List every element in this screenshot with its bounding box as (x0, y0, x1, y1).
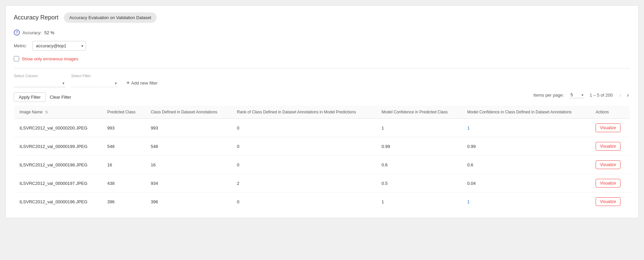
divider (14, 68, 630, 68)
items-per-page-label: Items per page: (533, 93, 564, 98)
cell-predicted-class: 396 (102, 193, 145, 211)
confidence-defined-link[interactable]: 1 (467, 199, 470, 204)
filter-actions-wrapper: Apply Filter Clear Filter (14, 92, 71, 102)
cell-confidence-defined: 0.04 (462, 174, 590, 193)
col-confidence-defined: Model Confidence in Class Defined in Dat… (462, 106, 590, 119)
cell-rank: 0 (231, 156, 376, 174)
help-icon[interactable]: ? (14, 30, 20, 36)
table-row: ILSVRC2012_val_00000197.JPEG 438 934 2 0… (14, 174, 630, 193)
col-model-confidence: Model Confidence in Predicted Class (376, 106, 462, 119)
cell-rank: 2 (231, 174, 376, 193)
pagination-prev-button[interactable]: ‹ (618, 91, 623, 99)
cell-class-defined: 934 (145, 174, 232, 193)
visualize-button[interactable]: Visualize (596, 142, 620, 151)
data-table: Image Name ⇅ Predicted Class Class Defin… (14, 105, 630, 211)
col-class-defined: Class Defined in Dataset Annotations (145, 106, 232, 119)
cell-actions: Visualize (590, 119, 630, 137)
table-row: ILSVRC2012_val_00000199.JPEG 548 548 0 0… (14, 137, 630, 156)
erroneous-images-label[interactable]: Show only erroneous images (22, 56, 78, 61)
table-row: ILSVRC2012_val_00000196.JPEG 396 396 0 1… (14, 193, 630, 211)
visualize-button[interactable]: Visualize (596, 197, 620, 206)
cell-image-name: ILSVRC2012_val_00000197.JPEG (14, 174, 102, 193)
add-filter-label: Add new filter (131, 81, 158, 86)
cell-actions: Visualize (590, 137, 630, 156)
cell-model-confidence: 1 (376, 119, 462, 137)
erroneous-images-row: Show only erroneous images (14, 56, 630, 61)
cell-confidence-defined: 1 (462, 193, 590, 211)
confidence-defined-value: 0.6 (467, 162, 473, 167)
select-column-wrapper: ▾ (14, 79, 66, 87)
cell-image-name: ILSVRC2012_val_00000196.JPEG (14, 193, 102, 211)
cell-actions: Visualize (590, 156, 630, 174)
page-title: Accuracy Report (14, 14, 58, 21)
apply-filter-button[interactable]: Apply Filter (14, 92, 46, 102)
col-predicted-class: Predicted Class (102, 106, 145, 119)
cell-model-confidence: 0.5 (376, 174, 462, 193)
items-per-page-wrapper: 5 10 25 50 ▾ (569, 92, 584, 98)
confidence-defined-link[interactable]: 1 (467, 125, 470, 131)
cell-image-name: ILSVRC2012_val_00000198.JPEG (14, 156, 102, 174)
table-header-row: Image Name ⇅ Predicted Class Class Defin… (14, 106, 630, 119)
cell-image-name: ILSVRC2012_val_00000200.JPEG (14, 119, 102, 137)
col-image-name: Image Name ⇅ (14, 106, 102, 119)
visualize-button[interactable]: Visualize (596, 123, 620, 132)
cell-confidence-defined: 1 (462, 119, 590, 137)
filter-filter-group: Select Filter ▾ (71, 74, 118, 87)
table-row: ILSVRC2012_val_00000200.JPEG 993 993 0 1… (14, 119, 630, 137)
select-filter-wrapper: ▾ (71, 79, 118, 87)
header-row: Accuracy Report Accuracy Evaluation on V… (14, 12, 630, 23)
add-new-filter-button[interactable]: + Add new filter (124, 79, 160, 87)
filter-section: Select Column ▾ Select Filter ▾ (14, 74, 630, 87)
erroneous-images-checkbox[interactable] (14, 56, 19, 61)
cell-rank: 0 (231, 119, 376, 137)
clear-filter-button[interactable]: Clear Filter (50, 95, 71, 100)
sort-icon-image-name[interactable]: ⇅ (45, 110, 48, 114)
visualize-button[interactable]: Visualize (596, 160, 620, 169)
pagination-row: Items per page: 5 10 25 50 ▾ 1 – 5 of 20… (533, 91, 630, 99)
accuracy-label: Accuracy: (23, 30, 42, 35)
col-rank: Rank of Class Defined in Dataset Annotat… (231, 106, 376, 119)
cell-class-defined: 993 (145, 119, 232, 137)
filter-and-pagination-bar: Apply Filter Clear Filter Items per page… (14, 91, 630, 103)
cell-rank: 0 (231, 137, 376, 156)
cell-model-confidence: 1 (376, 193, 462, 211)
metric-row: Metric: accuracy@top1 accuracy@top5 ▾ (14, 41, 630, 51)
cell-model-confidence: 0.6 (376, 156, 462, 174)
pagination-arrows: ‹ › (618, 91, 630, 99)
cell-image-name: ILSVRC2012_val_00000199.JPEG (14, 137, 102, 156)
plus-icon: + (126, 80, 130, 86)
cell-actions: Visualize (590, 193, 630, 211)
cell-predicted-class: 548 (102, 137, 145, 156)
cell-class-defined: 548 (145, 137, 232, 156)
metric-label: Metric: (14, 43, 27, 48)
items-per-page-select[interactable]: 5 10 25 50 (569, 92, 584, 98)
cell-predicted-class: 16 (102, 156, 145, 174)
select-column-label: Select Column (14, 74, 66, 78)
pagination-next-button[interactable]: › (626, 91, 630, 99)
table-row: ILSVRC2012_val_00000198.JPEG 16 16 0 0.6… (14, 156, 630, 174)
accuracy-row: ? Accuracy: 52 % (14, 30, 630, 36)
cell-confidence-defined: 0.6 (462, 156, 590, 174)
cell-rank: 0 (231, 193, 376, 211)
metric-dropdown[interactable]: accuracy@top1 accuracy@top5 (32, 41, 86, 51)
confidence-defined-value: 0.99 (467, 144, 476, 149)
cell-class-defined: 16 (145, 156, 232, 174)
cell-confidence-defined: 0.99 (462, 137, 590, 156)
cell-predicted-class: 438 (102, 174, 145, 193)
select-filter-label: Select Filter (71, 74, 118, 78)
cell-model-confidence: 0.99 (376, 137, 462, 156)
select-column-dropdown[interactable] (14, 79, 66, 87)
col-actions: Actions (590, 106, 630, 119)
visualize-button[interactable]: Visualize (596, 179, 620, 188)
cell-predicted-class: 993 (102, 119, 145, 137)
metric-select-wrapper: accuracy@top1 accuracy@top5 ▾ (32, 41, 86, 51)
confidence-defined-value: 0.04 (467, 181, 476, 186)
cell-actions: Visualize (590, 174, 630, 193)
tab-accuracy-evaluation[interactable]: Accuracy Evaluation on Validation Datase… (64, 12, 157, 23)
accuracy-value: 52 % (44, 30, 54, 35)
filter-column-group: Select Column ▾ (14, 74, 66, 87)
cell-class-defined: 396 (145, 193, 232, 211)
pagination-count: 1 – 5 of 200 (590, 93, 613, 98)
select-filter-dropdown[interactable] (71, 79, 118, 87)
